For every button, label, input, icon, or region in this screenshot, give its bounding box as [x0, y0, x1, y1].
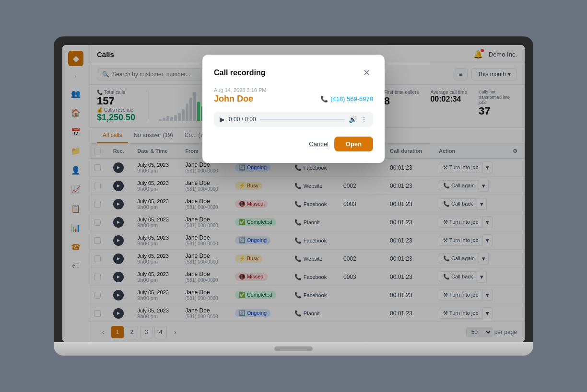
laptop-base: [54, 342, 533, 356]
modal-title: Call recording: [214, 69, 266, 77]
laptop-notch: [274, 346, 313, 351]
modal-close-button[interactable]: ✕: [360, 66, 373, 80]
audio-player: ▶ 0:00 / 0:00 🔊 ⋮: [214, 112, 373, 127]
audio-play-button[interactable]: ▶: [220, 115, 225, 123]
caller-phone: 📞 (418) 569-5978: [320, 95, 373, 103]
audio-time: 0:00 / 0:00: [229, 116, 256, 123]
audio-volume-icon[interactable]: 🔊: [349, 115, 357, 123]
modal-caller-info: John Doe 📞 (418) 569-5978: [214, 94, 373, 104]
modal-caller-date: Aug 14, 2023 3:16 PM: [214, 87, 373, 93]
audio-progress-bar[interactable]: [260, 119, 345, 120]
cancel-button[interactable]: Cancel: [309, 140, 328, 148]
modal-overlay: Call recording ✕ Aug 14, 2023 3:16 PM Jo…: [62, 45, 525, 342]
modal-actions: Cancel Open: [214, 137, 373, 151]
call-recording-modal: Call recording ✕ Aug 14, 2023 3:16 PM Jo…: [202, 55, 385, 163]
laptop-screen: ◆ › 👥 🏠 📅 📁 👤 📈 📋 📊 ☎ 🏷 Calls: [62, 45, 525, 342]
audio-more-icon[interactable]: ⋮: [361, 115, 367, 123]
phone-number: (418) 569-5978: [330, 95, 373, 103]
laptop-frame: ◆ › 👥 🏠 📅 📁 👤 📈 📋 📊 ☎ 🏷 Calls: [54, 36, 533, 356]
open-button[interactable]: Open: [334, 137, 373, 151]
phone-icon: 📞: [320, 95, 328, 103]
modal-header: Call recording ✕: [214, 66, 373, 80]
caller-name: John Doe: [214, 94, 253, 104]
